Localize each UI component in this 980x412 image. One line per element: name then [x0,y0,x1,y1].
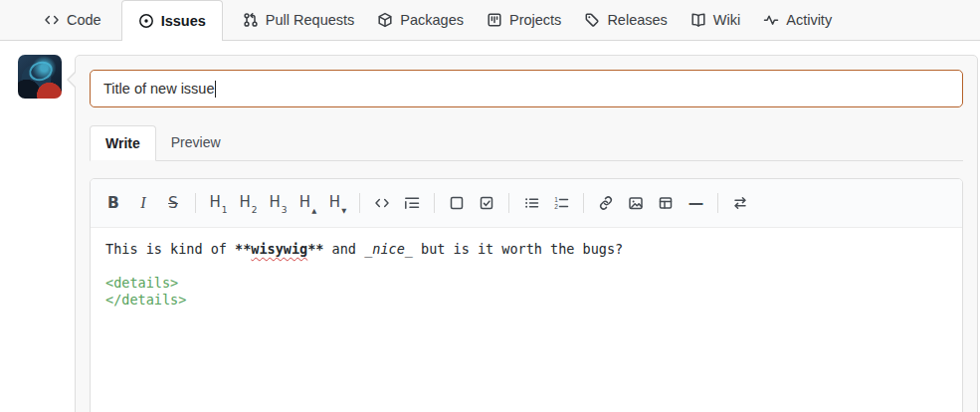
nav-tab-label: Pull Requests [266,12,354,28]
nav-tab-label: Issues [161,13,206,29]
checkbox-icon [479,195,494,211]
editor-tabs: Write Preview [90,125,963,161]
nav-tab-label: Packages [400,12,464,28]
comment-box: Title of new issue Write Preview B I S H… [75,55,978,412]
strikethrough-button[interactable]: S [158,188,188,218]
nav-tab-releases[interactable]: Releases [574,0,677,40]
image-button[interactable] [621,188,651,218]
heading-smaller-button[interactable]: H▼ [322,188,352,218]
details-block-button[interactable] [442,188,472,218]
code-button[interactable] [367,188,397,218]
new-issue-form: Title of new issue Write Preview B I S H… [0,41,980,412]
checkbox-button[interactable] [472,188,501,218]
toolbar-divider [717,193,718,213]
heading-bigger-button[interactable]: H▲ [293,188,322,218]
issue-title-value: Title of new issue [103,81,214,97]
editor-line: This is kind of **wisywig** and _nice_ b… [105,241,947,258]
nav-tab-activity[interactable]: Activity [753,0,842,40]
text-caret [215,81,216,98]
nav-tab-projects[interactable]: Projects [477,0,571,40]
markdown-editor-textarea[interactable]: This is kind of **wisywig** and _nice_ b… [91,228,962,412]
nav-tab-packages[interactable]: Packages [367,0,474,40]
bold-button[interactable]: B [98,188,128,218]
heading-3-button[interactable]: H3 [263,188,293,218]
toolbar-divider [434,193,435,213]
issue-opened-icon [138,13,154,29]
nav-tab-label: Projects [509,12,561,28]
link-button[interactable] [591,188,621,218]
nav-tab-label: Activity [786,12,832,28]
code-icon [374,195,390,211]
project-board-icon [487,12,502,28]
heading-2-icon: H2 [239,193,256,213]
repo-navbar: Code Issues Pull Requests Packages Proje… [0,0,980,41]
git-pull-request-icon [243,12,259,28]
heading-down-icon: H▼ [329,193,345,213]
heading-1-button[interactable]: H1 [203,188,233,218]
toolbar-divider [508,193,509,213]
svg-text:2: 2 [554,203,558,210]
tab-preview[interactable]: Preview [156,125,236,160]
heading-1-icon: H1 [209,193,226,213]
unordered-list-button[interactable] [516,188,546,218]
user-avatar [18,55,62,99]
ordered-list-icon: 12 [553,195,569,211]
strikethrough-icon: S [168,194,178,212]
nav-tab-label: Wiki [713,12,740,28]
activity-pulse-icon [763,12,779,28]
table-icon [658,195,674,211]
switch-arrows-icon [732,195,748,211]
markdown-editor: B I S H1 H2 H3 H▲ H▼ 12 [90,178,963,412]
heading-3-icon: H3 [269,193,286,213]
package-icon [377,12,393,28]
svg-text:1: 1 [554,196,558,203]
book-icon [690,12,706,28]
toolbar-divider [583,193,584,213]
italic-icon: I [140,194,145,212]
heading-up-icon: H▲ [299,193,315,213]
table-button[interactable] [651,188,681,218]
italic-button[interactable]: I [128,188,158,218]
box-icon [449,195,465,211]
editor-line-blank [105,258,947,275]
image-icon [628,195,644,211]
nav-tab-pull-requests[interactable]: Pull Requests [233,0,364,40]
issue-title-input[interactable]: Title of new issue [90,70,963,107]
quote-icon [404,195,420,211]
editor-line: </details> [105,292,947,309]
markdown-toolbar: B I S H1 H2 H3 H▲ H▼ 12 [91,179,962,228]
ordered-list-button[interactable]: 12 [546,188,576,218]
horizontal-rule-button[interactable]: — [681,188,710,218]
code-icon [44,12,60,28]
nav-tab-issues[interactable]: Issues [121,0,223,41]
toolbar-divider [195,193,196,213]
nav-tab-label: Code [67,12,101,28]
unordered-list-icon [523,195,539,211]
horizontal-rule-icon: — [688,194,703,212]
link-icon [598,195,614,211]
nav-tab-code[interactable]: Code [34,0,111,40]
switch-editor-button[interactable] [725,188,755,218]
nav-tab-label: Releases [607,12,667,28]
quote-button[interactable] [397,188,427,218]
tag-icon [584,12,600,28]
tab-write[interactable]: Write [90,125,156,161]
heading-2-button[interactable]: H2 [233,188,263,218]
bold-icon: B [107,194,119,212]
editor-line: <details> [105,275,947,292]
toolbar-divider [359,193,360,213]
nav-tab-wiki[interactable]: Wiki [681,0,750,40]
